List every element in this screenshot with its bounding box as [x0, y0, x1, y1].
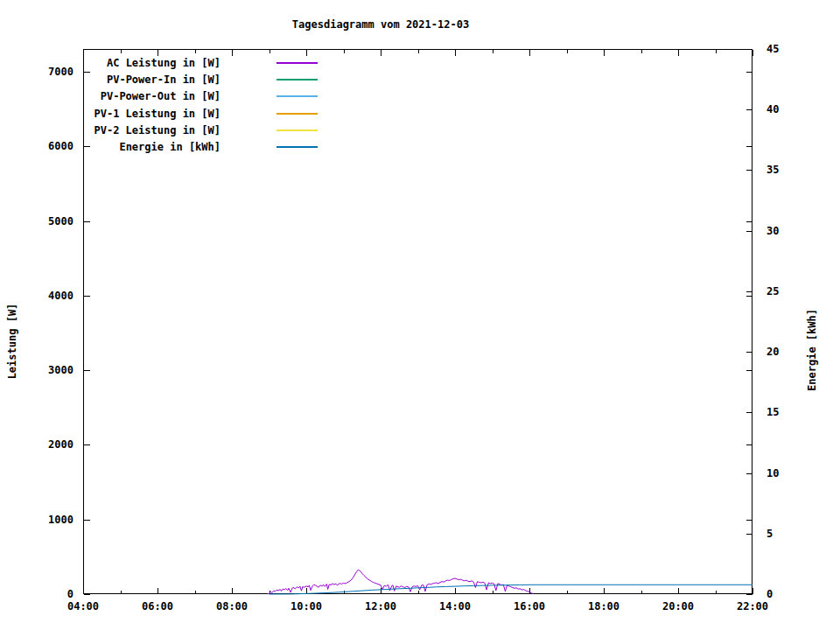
x-tick-label: 12:00 [365, 600, 396, 612]
y-right-tick-label: 30 [766, 225, 779, 237]
y-right-tick-label: 5 [766, 528, 773, 540]
y-left-tick-label: 4000 [48, 290, 74, 302]
y-left-tick-label: 7000 [48, 66, 74, 78]
y-left-tick-label: 5000 [48, 215, 74, 228]
y-right-tick-label: 45 [766, 43, 779, 55]
x-tick-label: 08:00 [216, 600, 248, 612]
x-tick-label: 06:00 [142, 600, 173, 612]
y-right-tick-label: 35 [766, 164, 779, 176]
y-left-tick-label: 1000 [48, 514, 74, 526]
x-tick-label: 04:00 [67, 600, 99, 612]
y-left-tick-label: 0 [67, 588, 74, 600]
y-left-tick-label: 3000 [48, 364, 74, 376]
x-tick-label: 20:00 [662, 600, 694, 612]
y-left-tick-label: 6000 [48, 140, 74, 152]
chart-canvas: Tagesdiagramm vom 2021-12-03 Leistung [W… [0, 0, 840, 630]
y-right-tick-label: 15 [766, 406, 779, 418]
y-right-tick-label: 40 [766, 103, 779, 116]
y-right-tick-label: 25 [766, 285, 779, 298]
x-tick-label: 16:00 [514, 600, 545, 612]
series-line-energie-in-kwh [270, 584, 753, 594]
x-tick-label: 22:00 [737, 600, 768, 612]
x-tick-label: 18:00 [588, 600, 620, 612]
x-tick-label: 14:00 [439, 600, 471, 612]
y-right-tick-label: 20 [766, 346, 779, 358]
x-tick-label: 10:00 [290, 600, 322, 612]
y-left-tick-label: 2000 [48, 438, 74, 451]
plot-area: 04:0006:0008:0010:0012:0014:0016:0018:00… [0, 0, 840, 630]
plot-frame [84, 50, 752, 594]
y-right-tick-label: 10 [766, 467, 779, 480]
y-right-tick-label: 0 [766, 588, 773, 600]
